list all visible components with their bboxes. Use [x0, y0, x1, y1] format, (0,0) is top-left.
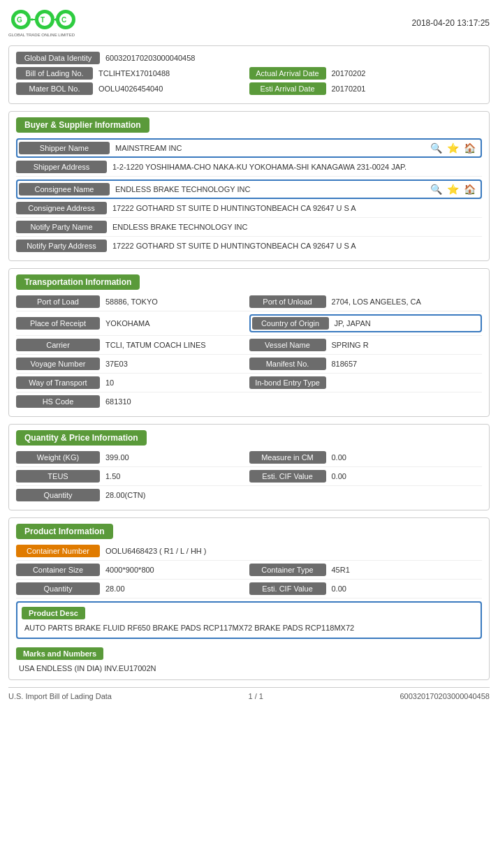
- voyage-half: Voyage Number 37E03: [16, 358, 249, 370]
- container-type-label: Container Type: [249, 564, 326, 576]
- transportation-section: Transportation Information Port of Load …: [8, 268, 490, 417]
- product-info-section: Product Information Container Number OOL…: [8, 517, 490, 680]
- top-info-box: Global Data Identity 6003201702030000404…: [8, 45, 490, 104]
- weight-measure-row: Weight (KG) 399.00 Measure in CM 0.00: [16, 451, 482, 467]
- actual-arrival-half: Actual Arrival Date 20170202: [249, 67, 483, 80]
- product-desc-box: Product Desc AUTO PARTS BRAKE FLUID RF65…: [16, 601, 482, 639]
- shipper-address-value: 1-2-1220 YOSHIHAMA-CHO NAKA-KU YOKOHAMA-…: [107, 161, 482, 173]
- teus-half: TEUS 1.50: [16, 470, 249, 483]
- footer-right: 600320170203000040458: [400, 692, 490, 700]
- consignee-address-label: Consignee Address: [16, 202, 107, 214]
- manifest-value: 818657: [326, 358, 483, 370]
- carrier-vessel-row: Carrier TCLI, TATUM COACH LINES Vessel N…: [16, 339, 482, 355]
- esti-arrival-half: Esti Arrival Date 20170201: [249, 82, 483, 95]
- receipt-origin-row: Place of Receipt YOKOHAMA Country of Ori…: [16, 314, 482, 336]
- container-size-half: Container Size 4000*900*800: [16, 564, 249, 576]
- notify-party-name-value: ENDLESS BRAKE TECHNOLOGY INC: [107, 221, 482, 233]
- voyage-manifest-row: Voyage Number 37E03 Manifest No. 818657: [16, 358, 482, 374]
- quantity-price-title: Quantity & Price Information: [16, 430, 147, 446]
- marks-numbers-value: USA ENDLESS (IN DIA) INV.EU17002N: [16, 663, 482, 674]
- shipper-name-label: Shipper Name: [19, 142, 110, 154]
- quantity-price-section: Quantity & Price Information Weight (KG)…: [8, 424, 490, 510]
- notify-party-name-row: Notify Party Name ENDLESS BRAKE TECHNOLO…: [16, 221, 482, 237]
- notify-party-address-row: Notify Party Address 17222 GOTHARD ST SU…: [16, 240, 482, 255]
- mater-esti-row: Mater BOL No. OOLU4026454040 Esti Arriva…: [16, 82, 482, 95]
- product-esti-cif-label: Esti. CIF Value: [249, 582, 326, 595]
- port-of-unload-value: 2704, LOS ANGELES, CA: [326, 295, 483, 308]
- star-icon[interactable]: ⭐: [446, 141, 460, 155]
- weight-label: Weight (KG): [16, 451, 100, 464]
- shipper-name-row: Shipper Name MAINSTREAM INC 🔍 ⭐ 🏠: [16, 138, 482, 158]
- shipper-name-icons: 🔍 ⭐ 🏠: [429, 141, 479, 155]
- global-data-identity-row: Global Data Identity 6003201702030000404…: [16, 52, 482, 64]
- esti-cif-half: Esti. CIF Value 0.00: [249, 470, 483, 483]
- shipper-address-label: Shipper Address: [16, 161, 107, 173]
- quantity-value: 28.00(CTN): [100, 489, 482, 501]
- notify-party-address-value: 17222 GOTHARD ST SUITE D HUNTINGTONBEACH…: [107, 240, 482, 252]
- buyer-supplier-section: Buyer & Supplier Information Shipper Nam…: [8, 111, 490, 261]
- footer: U.S. Import Bill of Lading Data 1 / 1 60…: [8, 687, 490, 700]
- global-data-identity-value: 600320170203000040458: [100, 52, 200, 64]
- marks-numbers-label: Marks and Numbers: [16, 647, 103, 660]
- product-quantity-cif-row: Quantity 28.00 Esti. CIF Value 0.00: [16, 582, 482, 598]
- consignee-name-label: Consignee Name: [19, 183, 110, 196]
- way-of-transport-value: 10: [100, 376, 249, 389]
- bol-half: Bill of Lading No. TCLIHTEX17010488: [16, 67, 249, 80]
- notify-party-address-label: Notify Party Address: [16, 240, 107, 252]
- carrier-label: Carrier: [16, 339, 100, 351]
- star-icon[interactable]: ⭐: [446, 182, 460, 196]
- transportation-title: Transportation Information: [16, 274, 140, 290]
- consignee-name-row: Consignee Name ENDLESS BRAKE TECHNOLOGY …: [16, 179, 482, 199]
- bill-of-lading-value: TCLIHTEX17010488: [93, 67, 175, 80]
- shipper-address-row: Shipper Address 1-2-1220 YOSHIHAMA-CHO N…: [16, 161, 482, 177]
- esti-arrival-label: Esti Arrival Date: [249, 82, 326, 95]
- teus-label: TEUS: [16, 470, 100, 483]
- search-icon[interactable]: 🔍: [429, 141, 443, 155]
- actual-arrival-label: Actual Arrival Date: [249, 67, 326, 80]
- measure-half: Measure in CM 0.00: [249, 451, 483, 464]
- carrier-value: TCLI, TATUM COACH LINES: [100, 339, 249, 351]
- svg-text:T: T: [41, 16, 45, 24]
- search-icon[interactable]: 🔍: [429, 182, 443, 196]
- port-of-unload-label: Port of Unload: [249, 295, 326, 308]
- country-of-origin-value: JP, JAPAN: [329, 317, 480, 330]
- weight-half: Weight (KG) 399.00: [16, 451, 249, 464]
- voyage-number-label: Voyage Number: [16, 358, 100, 370]
- buyer-supplier-title: Buyer & Supplier Information: [16, 117, 149, 133]
- country-of-origin-half: Country of Origin JP, JAPAN: [249, 314, 483, 332]
- vessel-name-value: SPRING R: [326, 339, 483, 351]
- shipper-name-value: MAINSTREAM INC: [110, 142, 429, 154]
- bol-arrival-row: Bill of Lading No. TCLIHTEX17010488 Actu…: [16, 67, 482, 80]
- country-of-origin-label: Country of Origin: [252, 317, 329, 330]
- inbond-label: In-bond Entry Type: [249, 376, 326, 389]
- header: G T C GLOBAL TRADE ONLINE LIMITED 2018-0…: [8, 7, 490, 38]
- carrier-half: Carrier TCLI, TATUM COACH LINES: [16, 339, 249, 351]
- vessel-name-label: Vessel Name: [249, 339, 326, 351]
- way-of-transport-half: Way of Transport 10: [16, 376, 249, 389]
- footer-page: 1 / 1: [249, 692, 263, 700]
- footer-left: U.S. Import Bill of Lading Data: [8, 692, 112, 700]
- consignee-name-icons: 🔍 ⭐ 🏠: [429, 182, 479, 196]
- esti-arrival-value: 20170201: [326, 82, 372, 95]
- container-size-label: Container Size: [16, 564, 100, 576]
- product-esti-cif-value: 0.00: [326, 582, 483, 595]
- notify-party-name-label: Notify Party Name: [16, 221, 107, 233]
- port-of-load-label: Port of Load: [16, 295, 100, 308]
- voyage-number-value: 37E03: [100, 358, 249, 370]
- global-data-identity-label: Global Data Identity: [16, 52, 100, 64]
- weight-value: 399.00: [100, 451, 249, 464]
- home-icon[interactable]: 🏠: [462, 182, 476, 196]
- place-of-receipt-value: YOKOHAMA: [100, 317, 249, 330]
- consignee-address-value: 17222 GOTHARD ST SUITE D HUNTINGTONBEACH…: [107, 202, 482, 214]
- svg-text:C: C: [61, 16, 66, 24]
- place-of-receipt-label: Place of Receipt: [16, 317, 100, 330]
- teus-cif-row: TEUS 1.50 Esti. CIF Value 0.00: [16, 470, 482, 486]
- container-number-value: OOLU6468423 ( R1 / L / HH ): [100, 545, 482, 557]
- product-info-title: Product Information: [16, 524, 113, 539]
- home-icon[interactable]: 🏠: [462, 141, 476, 155]
- port-of-load-value: 58886, TOKYO: [100, 295, 249, 308]
- consignee-address-row: Consignee Address 17222 GOTHARD ST SUITE…: [16, 202, 482, 218]
- svg-text:G: G: [17, 16, 22, 24]
- mater-bol-value: OOLU4026454040: [93, 82, 168, 95]
- esti-cif-label: Esti. CIF Value: [249, 470, 326, 483]
